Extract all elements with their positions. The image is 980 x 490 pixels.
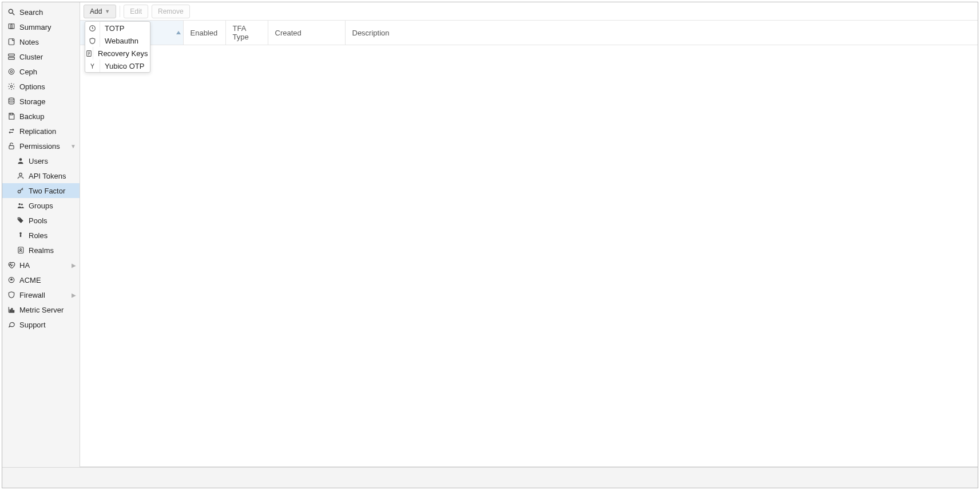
nav-summary[interactable]: Summary [2, 19, 80, 34]
chevron-right-icon: ▶ [72, 292, 76, 298]
search-icon [7, 7, 16, 17]
svg-rect-24 [13, 310, 14, 313]
nav-replication[interactable]: Replication [2, 124, 80, 139]
nav-label: Support [19, 321, 46, 329]
toolbar-separator [120, 6, 120, 17]
nav-label: Options [19, 82, 45, 91]
col-created-label: Created [275, 29, 301, 37]
nav-permissions[interactable]: Permissions ▼ [2, 139, 80, 153]
tags-icon [16, 216, 25, 225]
sidebar: Search Summary Notes Cluster Ceph Option… [2, 2, 80, 467]
svg-point-16 [18, 218, 19, 219]
nav-groups[interactable]: Groups [2, 198, 80, 213]
users-icon [16, 201, 25, 210]
table-header-row: Enabled TFA Type Created Description [80, 21, 978, 45]
svg-rect-3 [9, 54, 15, 56]
add-button[interactable]: Add ▼ [84, 5, 116, 18]
yubico-icon [85, 60, 100, 72]
svg-point-20 [20, 248, 22, 250]
menu-label: Recovery Keys [93, 49, 152, 58]
nav-pools[interactable]: Pools [2, 213, 80, 228]
book-icon [7, 22, 16, 31]
nav-label: Notes [19, 38, 39, 46]
nav-acme[interactable]: ACME [2, 272, 80, 287]
remove-button[interactable]: Remove [152, 5, 190, 18]
nav-label: Storage [19, 97, 46, 106]
edit-button-label: Edit [130, 7, 142, 15]
nav-label: Realms [29, 246, 54, 255]
svg-point-8 [9, 98, 14, 100]
chevron-down-icon: ▼ [105, 9, 110, 14]
status-bar [2, 467, 978, 488]
certificate-icon [7, 275, 16, 284]
svg-rect-4 [9, 57, 15, 60]
svg-point-14 [19, 203, 21, 206]
add-menu-totp[interactable]: TOTP [85, 22, 150, 34]
svg-point-5 [9, 69, 14, 74]
svg-rect-22 [10, 310, 11, 313]
nav-label: Metric Server [19, 306, 64, 314]
col-enabled-label: Enabled [191, 29, 218, 37]
nav-api-tokens[interactable]: API Tokens [2, 168, 80, 183]
nav-search[interactable]: Search [2, 5, 80, 19]
menu-label: Yubico OTP [100, 62, 150, 70]
shield-icon [7, 290, 16, 299]
col-tfa-label: TFA Type [233, 24, 249, 41]
nav-two-factor[interactable]: Two Factor [2, 183, 80, 198]
edit-button[interactable]: Edit [124, 5, 148, 18]
nav-cluster[interactable]: Cluster [2, 49, 80, 64]
add-dropdown-menu: TOTP Webauthn Recovery Keys Yubico OTP [85, 21, 150, 73]
add-menu-recovery-keys[interactable]: Recovery Keys [85, 47, 150, 60]
clock-icon [85, 22, 100, 34]
nav-label: Users [29, 157, 48, 165]
nav-storage[interactable]: Storage [2, 94, 80, 109]
key-icon [16, 186, 25, 195]
nav-label: Groups [29, 201, 53, 210]
person-icon [16, 231, 25, 240]
unlock-icon [7, 141, 16, 151]
nav-ha[interactable]: HA ▶ [2, 258, 80, 272]
nav-firewall[interactable]: Firewall ▶ [2, 287, 80, 302]
svg-point-17 [19, 232, 22, 235]
nav-backup[interactable]: Backup [2, 109, 80, 124]
svg-rect-18 [20, 234, 21, 237]
nav-options[interactable]: Options [2, 79, 80, 94]
add-menu-webauthn[interactable]: Webauthn [85, 34, 150, 47]
comments-icon [7, 320, 16, 329]
tfa-table: Enabled TFA Type Created Description [80, 21, 978, 467]
file-text-icon [85, 47, 93, 60]
heartbeat-icon [7, 260, 16, 270]
nav-label: Firewall [19, 291, 45, 299]
ceph-icon [7, 67, 16, 76]
nav-metric-server[interactable]: Metric Server [2, 302, 80, 317]
nav-label: ACME [19, 276, 41, 284]
remove-button-label: Remove [158, 7, 184, 15]
svg-point-13 [18, 190, 21, 193]
svg-line-1 [13, 13, 15, 15]
chart-icon [7, 305, 16, 314]
col-created[interactable]: Created [268, 21, 345, 45]
addressbook-icon [16, 246, 25, 255]
nav-realms[interactable]: Realms [2, 243, 80, 258]
nav-notes[interactable]: Notes [2, 34, 80, 49]
nav-label: Pools [29, 216, 47, 225]
col-enabled[interactable]: Enabled [183, 21, 225, 45]
nav-ceph[interactable]: Ceph [2, 64, 80, 79]
nav-label: Ceph [19, 68, 37, 76]
col-description[interactable]: Description [345, 21, 978, 45]
svg-rect-10 [9, 145, 14, 149]
nav-label: Replication [19, 127, 56, 136]
user-icon [16, 156, 25, 165]
database-icon [7, 97, 16, 106]
nav-support[interactable]: Support [2, 317, 80, 332]
nav-label: Summary [19, 23, 51, 31]
nav-users[interactable]: Users [2, 153, 80, 168]
nav-label: HA [19, 261, 30, 270]
svg-point-15 [21, 204, 23, 206]
nav-label: Search [19, 8, 43, 17]
save-icon [7, 112, 16, 121]
nav-label: API Tokens [29, 172, 66, 180]
nav-roles[interactable]: Roles [2, 228, 80, 243]
col-tfa-type[interactable]: TFA Type [225, 21, 268, 45]
add-menu-yubico-otp[interactable]: Yubico OTP [85, 60, 150, 72]
